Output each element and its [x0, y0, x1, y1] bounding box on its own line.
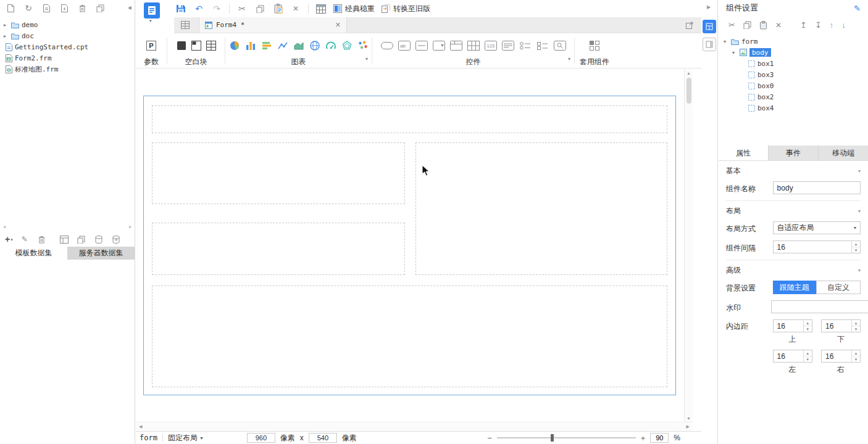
install-template-button[interactable]	[59, 2, 70, 14]
textarea-widget-button[interactable]	[502, 41, 514, 51]
watermark-input[interactable]	[771, 300, 868, 313]
redo-button[interactable]: ↷	[211, 3, 222, 14]
send-to-back-button[interactable]: ↧	[815, 20, 822, 30]
query-widget-button[interactable]	[554, 41, 566, 51]
tree-item-standard-map[interactable]: 标准地图.frm	[0, 64, 135, 75]
scrollbar-thumb[interactable]	[686, 78, 691, 104]
combobox-widget-button[interactable]	[433, 41, 445, 51]
delete-template-button[interactable]	[77, 2, 88, 14]
cut-button[interactable]: ✂	[236, 3, 248, 14]
preview-dataset-button[interactable]	[59, 234, 70, 245]
spinner-buttons[interactable]: ▲▼	[851, 350, 860, 362]
zoom-slider-handle[interactable]	[551, 434, 554, 442]
spin-up-icon[interactable]: ▲	[804, 320, 812, 326]
tree-item-box4[interactable]: box4	[719, 102, 868, 113]
tree-item-box3[interactable]: box3	[719, 69, 868, 80]
grid-widget-button[interactable]	[467, 41, 480, 51]
radio-widget-button[interactable]	[519, 41, 532, 51]
tab-block-button[interactable]	[191, 41, 201, 51]
panel-splitter[interactable]: ◂ ▸	[0, 224, 135, 229]
collapse-icon[interactable]: ▾	[724, 39, 728, 44]
float-window-icon[interactable]	[684, 20, 695, 31]
tree-item-form2[interactable]: Form2.frm	[0, 52, 135, 64]
tree-item-form[interactable]: ▾ form	[719, 36, 868, 47]
section-header-layout[interactable]: 布局 ▾	[726, 201, 861, 221]
move-down-button[interactable]: ↓	[841, 20, 846, 30]
number-widget-button[interactable]: 123	[485, 41, 497, 51]
canvas-width-input[interactable]	[247, 433, 275, 443]
line-chart-button[interactable]	[277, 40, 288, 51]
component-gap-input[interactable]	[773, 240, 861, 253]
undo-button[interactable]: ↶	[193, 3, 204, 14]
bar-chart-button[interactable]	[261, 40, 272, 51]
layout-block-top[interactable]	[152, 105, 667, 133]
move-up-button[interactable]: ↑	[830, 20, 834, 30]
new-template-button[interactable]	[5, 2, 16, 14]
zoom-in-button[interactable]: +	[641, 434, 646, 442]
tab-events[interactable]: 事件	[768, 146, 818, 160]
component-name-input[interactable]	[773, 181, 861, 194]
sync-dataset-icon[interactable]	[111, 234, 122, 245]
delete-component-button[interactable]: ✕	[775, 21, 782, 30]
area-chart-button[interactable]	[293, 40, 304, 51]
template-list-icon[interactable]	[180, 20, 191, 31]
parameter-pane-button[interactable]: P	[146, 41, 156, 51]
chart-group-expand-icon[interactable]: ▾	[365, 56, 368, 62]
section-header-advanced[interactable]: 高级 ▾	[726, 260, 861, 281]
body-layout-container[interactable]	[143, 96, 676, 395]
tab-template-dataset[interactable]: 模板数据集	[0, 247, 67, 260]
scatter-chart-button[interactable]	[357, 40, 369, 51]
zoom-out-button[interactable]: −	[487, 434, 492, 442]
save-button[interactable]	[175, 3, 186, 14]
expand-icon[interactable]: ▸	[4, 33, 9, 39]
server-dataset-icon[interactable]	[93, 234, 104, 245]
layout-block-left-upper[interactable]	[152, 142, 405, 204]
spin-down-icon[interactable]: ▼	[852, 326, 860, 332]
spin-up-icon[interactable]: ▲	[804, 350, 812, 356]
tab-properties[interactable]: 属性	[719, 146, 768, 160]
collapse-left-panel-button[interactable]: ◀	[128, 5, 131, 10]
cut-component-button[interactable]: ✂	[728, 20, 735, 30]
component-settings-toggle-button[interactable]	[703, 20, 716, 33]
layout-block-left-lower[interactable]	[152, 223, 405, 275]
expand-icon[interactable]: ▸	[4, 22, 9, 28]
copy-button[interactable]	[254, 3, 265, 14]
gauge-chart-button[interactable]	[325, 40, 336, 51]
checkbox-widget-button[interactable]	[536, 41, 549, 51]
scroll-down-icon[interactable]: ▼	[686, 414, 691, 422]
close-tab-icon[interactable]: ✕	[335, 21, 341, 29]
spinner-buttons[interactable]: ▲▼	[803, 320, 812, 332]
tree-item-box2[interactable]: box2	[719, 91, 868, 102]
open-report-button[interactable]	[41, 2, 52, 14]
spin-up-icon[interactable]: ▲	[852, 350, 860, 356]
paste-button[interactable]	[272, 3, 283, 14]
tab-mobile[interactable]: 移动端	[818, 146, 868, 160]
theme-button[interactable]: 经典稳重	[333, 4, 375, 14]
canvas-horizontal-scrollbar[interactable]: ◀ ▶	[136, 422, 693, 431]
reuse-component-button[interactable]	[589, 40, 600, 51]
refresh-icon[interactable]: ↻	[23, 2, 34, 14]
delete-dataset-button[interactable]	[36, 234, 48, 245]
copy-template-button[interactable]	[94, 2, 106, 14]
spin-down-icon[interactable]: ▼	[852, 356, 860, 362]
spin-down-icon[interactable]: ▼	[804, 326, 812, 332]
spin-down-icon[interactable]: ▼	[852, 247, 860, 253]
tree-item-box1[interactable]: box1	[719, 58, 868, 69]
copy-dataset-button[interactable]	[76, 234, 87, 245]
spin-up-icon[interactable]: ▲	[852, 320, 860, 326]
preview-table-button[interactable]	[315, 3, 327, 14]
tabpane-widget-button[interactable]	[450, 41, 462, 51]
canvas-height-input[interactable]	[309, 433, 337, 443]
scroll-left-icon[interactable]: ◀	[139, 424, 142, 429]
menu-caret-icon[interactable]: ▾	[149, 18, 152, 23]
tree-item-doc[interactable]: ▸ doc	[0, 30, 135, 41]
widget-group-expand-icon[interactable]: ▾	[568, 56, 570, 62]
layout-mode-select[interactable]: 自适应布局 ▾	[773, 221, 861, 234]
button-widget-button[interactable]	[381, 41, 393, 51]
spin-down-icon[interactable]: ▼	[804, 356, 812, 362]
delete-button[interactable]: ✕	[290, 3, 301, 14]
copy-component-button[interactable]	[743, 21, 751, 29]
absolute-block-button[interactable]	[177, 41, 186, 51]
edit-dataset-button[interactable]: ✎	[19, 234, 30, 245]
zoom-level-input[interactable]	[650, 433, 669, 443]
